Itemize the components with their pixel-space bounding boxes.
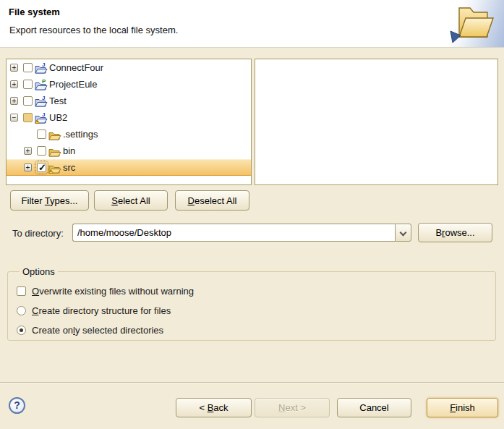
tree-item-settings[interactable]: .settings: [7, 126, 251, 143]
svg-text:J: J: [42, 95, 45, 101]
question-mark-icon: ?: [14, 399, 20, 411]
create-structure-option[interactable]: Create directory structure for files: [17, 301, 488, 320]
plugin-project-folder-icon: P: [35, 78, 48, 90]
deselect-all-button[interactable]: Deselect All: [175, 190, 249, 211]
cancel-button[interactable]: Cancel: [337, 398, 411, 417]
options-group: Options Overwrite existing files without…: [7, 266, 496, 341]
tree-item-label: ProjectEule: [49, 79, 97, 90]
overwrite-checkbox[interactable]: [17, 286, 26, 296]
java-project-folder-icon: J: [35, 95, 48, 107]
tree-item-label: UB2: [49, 112, 67, 123]
tree-item-label: bin: [63, 145, 75, 156]
next-button[interactable]: Next >: [255, 398, 330, 417]
tree-item-label: .settings: [63, 129, 98, 140]
options-legend: Options: [20, 266, 58, 277]
label-part: <: [199, 402, 207, 413]
svg-text:J: J: [42, 61, 45, 68]
create-structure-radio[interactable]: [17, 306, 26, 315]
to-directory-label: To directory:: [12, 228, 64, 239]
checkbox-checked[interactable]: [37, 163, 46, 172]
label-part: elect All: [118, 195, 150, 206]
folder-icon: [48, 145, 61, 157]
create-structure-label[interactable]: Create directory structure for files: [32, 305, 171, 316]
checkbox[interactable]: [23, 63, 33, 72]
chevron-down-icon: [400, 229, 407, 237]
label-part: ack: [213, 402, 228, 413]
tree-item-label: ConnectFour: [49, 62, 103, 73]
mnemonic: T: [45, 195, 50, 206]
mnemonic: C: [32, 305, 38, 316]
tree-item-label: src: [63, 162, 75, 173]
help-button[interactable]: ?: [9, 397, 25, 414]
combo-dropdown-button[interactable]: [395, 224, 411, 242]
mnemonic: N: [278, 402, 285, 413]
label-part: Cancel: [359, 402, 388, 413]
page-subtitle: Export resources to the local file syste…: [9, 25, 178, 35]
expand-toggle-icon[interactable]: +: [24, 147, 32, 155]
label-part: inish: [456, 402, 475, 413]
label-part: verwrite existing files without warning: [39, 286, 194, 297]
checkbox[interactable]: [23, 80, 33, 89]
filter-types-button[interactable]: Filter Types...: [10, 190, 89, 211]
overwrite-option[interactable]: Overwrite existing files without warning: [17, 281, 488, 301]
tree-item-src-selected[interactable]: + src: [7, 159, 251, 176]
create-selected-option[interactable]: Create only selected directories: [17, 320, 488, 340]
label-part: owse...: [445, 227, 474, 238]
folder-icon: [48, 128, 61, 140]
expand-toggle-icon[interactable]: +: [10, 97, 18, 105]
label-part: Create on: [32, 325, 73, 336]
java-project-folder-icon: J: [35, 61, 48, 74]
tree-item-projecteule[interactable]: + P ProjectEule: [7, 76, 251, 93]
label-part: ext >: [285, 402, 306, 413]
tree-item-ub2[interactable]: − J UB2: [7, 109, 251, 126]
folder-warning-icon: [48, 161, 61, 174]
back-button[interactable]: < Back: [176, 398, 252, 417]
label-part: B: [435, 227, 442, 238]
overwrite-label[interactable]: Overwrite existing files without warning: [32, 286, 194, 297]
create-selected-radio-selected[interactable]: [17, 326, 26, 335]
mnemonic: F: [450, 402, 456, 413]
svg-text:P: P: [42, 78, 46, 85]
footer-separator-highlight: [0, 383, 504, 383]
expand-toggle-icon[interactable]: +: [24, 163, 32, 171]
directory-combo-input[interactable]: [72, 224, 395, 242]
mnemonic: O: [32, 286, 39, 297]
label-part: Filter: [22, 195, 45, 206]
tree-item-connectfour[interactable]: + J ConnectFour: [7, 59, 251, 76]
page-title: File system: [9, 7, 60, 17]
java-project-folder-warning-icon: J: [35, 111, 48, 124]
export-folder-icon: [450, 2, 495, 46]
mnemonic: D: [188, 195, 195, 206]
export-file-system-wizard: { "header": { "title": "File system", "s…: [0, 0, 504, 429]
checkbox[interactable]: [37, 129, 46, 139]
checkbox[interactable]: [23, 96, 33, 106]
wizard-header: File system Export resources to the loca…: [0, 0, 504, 48]
file-list-panel[interactable]: [255, 59, 498, 185]
create-selected-label[interactable]: Create only selected directories: [32, 325, 163, 336]
checkbox-partially-checked[interactable]: [23, 113, 33, 122]
finish-button[interactable]: Finish: [427, 398, 498, 417]
resource-tree[interactable]: + J ConnectFour + P ProjectEule +: [6, 59, 252, 185]
label-part: reate directory structure for files: [38, 305, 171, 316]
tree-item-test[interactable]: + J Test: [7, 93, 251, 109]
label-part: y selected directories: [75, 325, 163, 336]
tree-item-label: Test: [49, 95, 67, 106]
svg-text:J: J: [42, 111, 45, 118]
expand-toggle-icon[interactable]: +: [10, 64, 18, 72]
select-all-button[interactable]: Select All: [94, 190, 168, 211]
collapse-toggle-icon[interactable]: −: [10, 114, 18, 122]
expand-toggle-icon[interactable]: +: [10, 80, 18, 88]
checkbox[interactable]: [37, 146, 46, 156]
label-part: eselect All: [195, 195, 237, 206]
label-part: ypes...: [50, 195, 77, 206]
mnemonic: S: [111, 195, 118, 206]
tree-item-bin[interactable]: + bin: [7, 143, 251, 159]
browse-button[interactable]: Browse...: [418, 223, 492, 242]
